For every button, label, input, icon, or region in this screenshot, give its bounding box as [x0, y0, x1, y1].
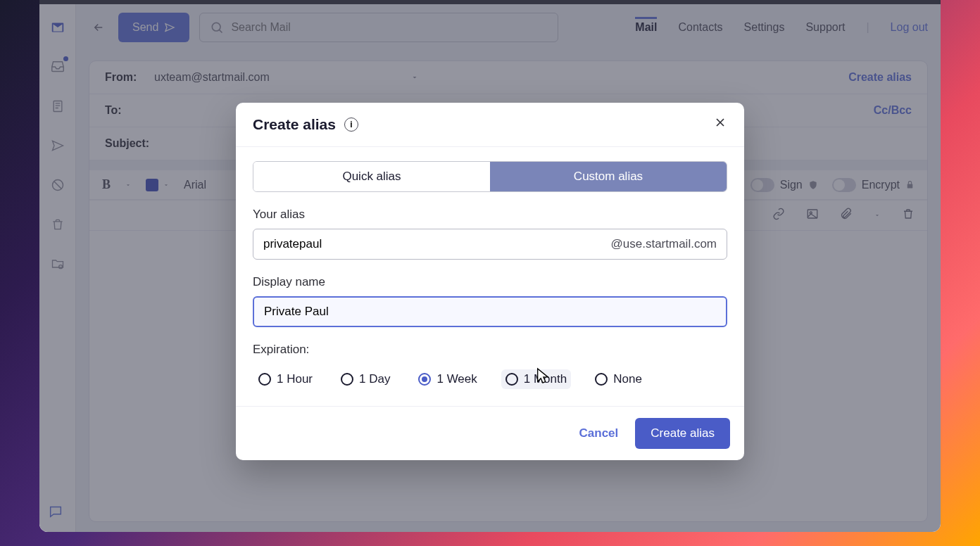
radio-circle	[258, 373, 271, 386]
close-button[interactable]	[713, 115, 727, 134]
radio-1-day[interactable]: 1 Day	[337, 369, 394, 389]
expiration-radios: 1 Hour 1 Day 1 Week 1 Month	[253, 369, 727, 389]
alias-suffix: @use.startmail.com	[611, 237, 717, 251]
create-alias-modal: Create alias i Quick alias Custom alias …	[236, 103, 744, 460]
alias-label: Your alias	[253, 208, 727, 222]
modal-title: Create alias	[253, 116, 336, 133]
tab-custom-alias[interactable]: Custom alias	[490, 162, 727, 191]
display-name-label: Display name	[253, 275, 727, 289]
radio-circle	[341, 373, 353, 386]
radio-circle	[595, 373, 608, 386]
radio-label: 1 Month	[524, 372, 567, 386]
cancel-button[interactable]: Cancel	[579, 426, 619, 440]
radio-circle	[418, 373, 431, 386]
radio-label: None	[613, 372, 642, 386]
radio-circle	[505, 373, 518, 386]
app-window: Send Mail Contacts Settings Support | Lo…	[39, 0, 941, 532]
radio-label: 1 Day	[359, 372, 390, 386]
create-alias-button[interactable]: Create alias	[635, 418, 730, 449]
radio-label: 1 Week	[436, 372, 477, 386]
radio-label: 1 Hour	[277, 372, 313, 386]
radio-1-week[interactable]: 1 Week	[414, 369, 481, 389]
alias-input[interactable]	[263, 237, 611, 251]
radio-none[interactable]: None	[591, 369, 646, 389]
display-name-input[interactable]	[253, 296, 727, 327]
radio-1-hour[interactable]: 1 Hour	[254, 369, 317, 389]
info-icon[interactable]: i	[344, 118, 358, 132]
tab-quick-alias[interactable]: Quick alias	[253, 162, 490, 191]
close-icon	[713, 115, 727, 129]
expiration-label: Expiration:	[253, 343, 727, 357]
radio-1-month[interactable]: 1 Month	[501, 369, 571, 389]
alias-input-wrap[interactable]: @use.startmail.com	[253, 229, 727, 260]
alias-type-tabs: Quick alias Custom alias	[253, 161, 727, 192]
modal-overlay[interactable]: Create alias i Quick alias Custom alias …	[39, 0, 941, 532]
